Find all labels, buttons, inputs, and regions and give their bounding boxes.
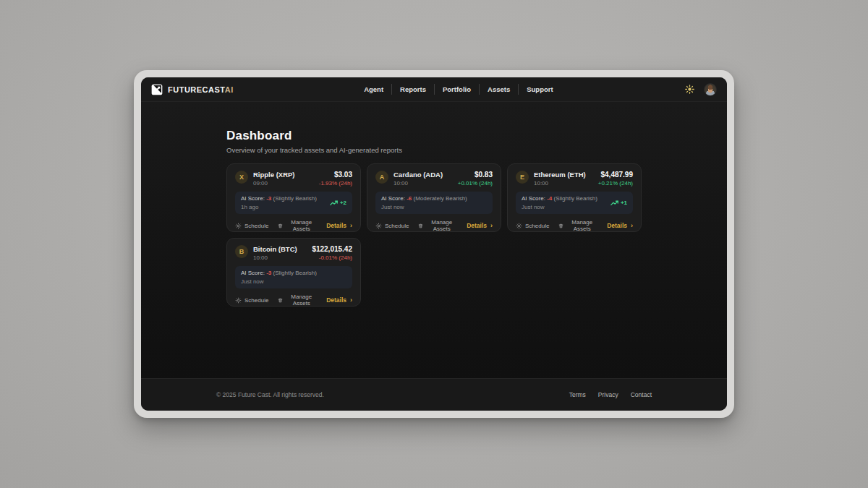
asset-titles: Cardano (ADA) 10:00 — [393, 171, 443, 187]
card-actions: Schedule Manage Assets Details › — [235, 294, 352, 307]
asset-price: $3.03 — [319, 171, 352, 179]
ai-score-info: AI Score: -3 (Slightly Bearish) 1h ago — [241, 195, 317, 210]
details-button[interactable]: Details › — [326, 296, 352, 304]
ai-score-box: AI Score: -3 (Slightly Bearish) 1h ago +… — [235, 192, 352, 214]
chevron-right-icon: › — [350, 297, 352, 304]
asset-coin-icon: X — [235, 171, 248, 184]
ai-score-updated: Just now — [241, 278, 317, 285]
app-header: FUTURECASTAI Agent Reports Portfolio Ass… — [141, 77, 727, 102]
schedule-button[interactable]: Schedule — [516, 223, 549, 229]
brand-name: FUTURECASTAI — [168, 85, 234, 94]
nav-item-agent[interactable]: Agent — [356, 84, 391, 95]
details-button[interactable]: Details › — [607, 222, 633, 229]
asset-change: -1.93% (24h) — [319, 180, 352, 187]
copyright-text: © 2025 Future Cast. All rights reserved. — [216, 391, 324, 398]
footer-link-terms[interactable]: Terms — [569, 391, 586, 398]
ai-score-value: -3 — [266, 270, 271, 276]
theme-toggle-button[interactable] — [684, 84, 695, 95]
ai-score-value: -4 — [547, 195, 552, 202]
asset-titles: Ripple (XRP) 09:00 — [253, 171, 295, 187]
ai-score-label: AI Score: — [241, 270, 265, 276]
nav-item-reports[interactable]: Reports — [391, 84, 434, 95]
ai-score-box: AI Score: -3 (Slightly Bearish) Just now — [235, 266, 352, 288]
gear-icon — [375, 223, 382, 229]
ai-score-sentiment: (Moderately Bearish) — [414, 195, 467, 202]
ai-score-sentiment: (Slightly Bearish) — [554, 195, 597, 202]
asset-card: A Cardano (ADA) 10:00 $0.83 +0.01% (24h)… — [367, 163, 501, 232]
trash-icon — [278, 297, 283, 304]
asset-coin-icon: E — [516, 171, 529, 184]
asset-card-header: A Cardano (ADA) 10:00 $0.83 +0.01% (24h) — [375, 171, 493, 187]
trend-value: +2 — [340, 200, 346, 206]
ai-score-sentiment: (Slightly Bearish) — [273, 270, 317, 276]
ai-score-updated: Just now — [522, 204, 597, 210]
details-button[interactable]: Details › — [326, 222, 352, 229]
sun-icon — [685, 85, 694, 94]
nav-item-portfolio[interactable]: Portfolio — [434, 84, 479, 95]
schedule-button[interactable]: Schedule — [235, 223, 268, 229]
asset-titles: Bitcoin (BTC) 10:00 — [253, 245, 297, 261]
card-actions: Schedule Manage Assets Details › — [235, 219, 352, 232]
asset-time: 10:00 — [534, 180, 586, 187]
asset-prices: $4,487.99 +0.21% (24h) — [598, 171, 633, 187]
asset-prices: $122,015.42 -0.01% (24h) — [312, 245, 352, 261]
nav-item-assets[interactable]: Assets — [479, 84, 518, 95]
asset-card-header: X Ripple (XRP) 09:00 $3.03 -1.93% (24h) — [235, 171, 352, 187]
trash-icon — [558, 223, 563, 229]
ai-score-updated: 1h ago — [241, 204, 317, 210]
main-content: Dashboard Overview of your tracked asset… — [141, 102, 727, 378]
asset-card: B Bitcoin (BTC) 10:00 $122,015.42 -0.01%… — [226, 238, 361, 307]
chevron-right-icon: › — [490, 223, 493, 229]
trash-icon — [418, 223, 423, 229]
manage-assets-button[interactable]: Manage Assets — [278, 294, 317, 307]
asset-titles: Ethereum (ETH) 10:00 — [534, 171, 586, 187]
asset-card-header: B Bitcoin (BTC) 10:00 $122,015.42 -0.01%… — [235, 245, 352, 261]
user-avatar[interactable] — [704, 83, 717, 96]
ai-score-box: AI Score: -4 (Slightly Bearish) Just now… — [516, 192, 633, 214]
nav-item-support[interactable]: Support — [518, 84, 561, 95]
schedule-button[interactable]: Schedule — [235, 297, 268, 304]
asset-card: E Ethereum (ETH) 10:00 $4,487.99 +0.21% … — [507, 163, 642, 232]
ai-score-info: AI Score: -3 (Slightly Bearish) Just now — [241, 270, 317, 285]
card-actions: Schedule Manage Assets Details › — [375, 219, 493, 232]
ai-score-label: AI Score: — [241, 195, 265, 202]
trash-icon — [278, 223, 283, 229]
footer-link-contact[interactable]: Contact — [631, 391, 652, 398]
main-nav: Agent Reports Portfolio Assets Support — [234, 84, 684, 95]
asset-name: Ripple (XRP) — [253, 171, 295, 179]
ai-score-info: AI Score: -6 (Moderately Bearish) Just n… — [381, 195, 467, 210]
footer-link-privacy[interactable]: Privacy — [598, 391, 618, 398]
gear-icon — [235, 223, 242, 229]
trending-up-icon — [330, 200, 338, 206]
ai-score-value: -6 — [407, 195, 412, 202]
ai-score-label: AI Score: — [522, 195, 545, 202]
chevron-right-icon: › — [350, 223, 352, 229]
asset-prices: $0.83 +0.01% (24h) — [458, 171, 493, 187]
asset-name: Ethereum (ETH) — [534, 171, 586, 179]
details-button[interactable]: Details › — [467, 222, 493, 229]
manage-assets-button[interactable]: Manage Assets — [278, 219, 317, 232]
asset-card-header: E Ethereum (ETH) 10:00 $4,487.99 +0.21% … — [516, 171, 633, 187]
ai-score-sentiment: (Slightly Bearish) — [273, 195, 317, 202]
asset-time: 09:00 — [253, 180, 295, 187]
manage-assets-button[interactable]: Manage Assets — [558, 219, 597, 232]
app-window: FUTURECASTAI Agent Reports Portfolio Ass… — [141, 77, 727, 411]
asset-time: 10:00 — [253, 254, 297, 261]
asset-card: X Ripple (XRP) 09:00 $3.03 -1.93% (24h) … — [226, 163, 361, 232]
trend-value: +1 — [621, 200, 627, 206]
header-right — [684, 83, 717, 96]
asset-name: Bitcoin (BTC) — [253, 245, 297, 253]
device-frame: FUTURECASTAI Agent Reports Portfolio Ass… — [134, 70, 734, 418]
asset-price: $0.83 — [458, 171, 493, 179]
schedule-button[interactable]: Schedule — [375, 223, 409, 229]
chevron-right-icon: › — [631, 223, 633, 229]
manage-assets-button[interactable]: Manage Assets — [418, 219, 457, 232]
brand[interactable]: FUTURECASTAI — [151, 84, 234, 95]
asset-price: $122,015.42 — [312, 245, 352, 253]
ai-score-info: AI Score: -4 (Slightly Bearish) Just now — [522, 195, 597, 210]
gear-icon — [235, 297, 242, 304]
asset-change: +0.01% (24h) — [458, 180, 493, 187]
card-actions: Schedule Manage Assets Details › — [516, 219, 633, 232]
ai-score-value: -3 — [266, 195, 271, 202]
trend-badge: +1 — [610, 200, 627, 206]
